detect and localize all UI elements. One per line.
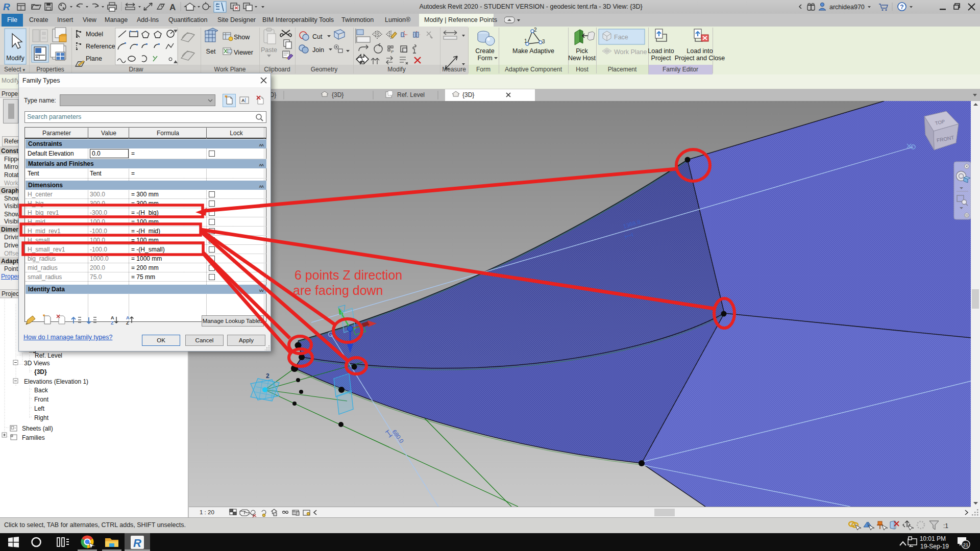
svg-text:Z: Z [111, 320, 114, 325]
svg-text:10:01 PM: 10:01 PM [920, 535, 946, 542]
svg-text:Make Adaptive: Make Adaptive [512, 47, 554, 55]
svg-text:Model: Model [86, 31, 103, 38]
svg-text:A: A [241, 98, 245, 103]
svg-text:Viewer: Viewer [234, 49, 253, 56]
svg-text:Project and Close: Project and Close [675, 55, 725, 62]
svg-text:?: ? [900, 4, 903, 11]
svg-text:A: A [111, 315, 114, 320]
svg-text:2: 2 [266, 372, 270, 380]
svg-text:Project: Project [651, 55, 671, 62]
svg-text:Cut: Cut [312, 33, 323, 40]
svg-text:Z: Z [126, 320, 129, 325]
svg-text:Join: Join [312, 46, 324, 54]
svg-text:A: A [169, 3, 176, 12]
svg-text:Paste: Paste [261, 46, 277, 54]
svg-text:21: 21 [963, 542, 969, 547]
svg-text:Elevations (Elevation 1): Elevations (Elevation 1) [24, 378, 88, 385]
svg-text:archidea970: archidea970 [829, 4, 865, 11]
svg-text:Families: Families [22, 434, 45, 441]
svg-text:{3D}: {3D} [34, 368, 47, 375]
svg-text:1 : 20: 1 : 20 [200, 509, 214, 515]
svg-text:R: R [3, 2, 10, 12]
svg-text:Ref. Level: Ref. Level [397, 91, 425, 98]
svg-text:Load into: Load into [648, 47, 674, 55]
svg-text:Face: Face [614, 34, 628, 41]
svg-text:Reference: Reference [86, 43, 115, 50]
svg-text:Load into: Load into [687, 47, 713, 55]
svg-text:Ref. Level: Ref. Level [35, 352, 62, 359]
svg-text:Create: Create [475, 47, 495, 55]
svg-text:Work Plane: Work Plane [614, 48, 647, 56]
svg-text:{3D}: {3D} [462, 91, 474, 98]
svg-text:Form: Form [477, 55, 492, 62]
svg-text:A: A [126, 315, 130, 320]
svg-text:Modify: Modify [6, 55, 24, 62]
svg-text::1: :1 [943, 522, 948, 530]
svg-text:R: R [133, 537, 141, 549]
svg-text:Autodesk Revit 2020 - STUDENT: Autodesk Revit 2020 - STUDENT VERSION - … [419, 3, 642, 10]
svg-text:3D Views: 3D Views [24, 360, 50, 367]
svg-text:Set: Set [206, 48, 216, 55]
svg-text:Pick: Pick [576, 47, 588, 55]
svg-text:Show: Show [234, 34, 250, 41]
svg-text:2: 2 [534, 27, 537, 33]
svg-text:Left: Left [34, 405, 45, 412]
svg-text:Sheets (all): Sheets (all) [22, 425, 53, 432]
svg-text:{3D}: {3D} [332, 91, 344, 98]
svg-text:19-Sep-19: 19-Sep-19 [920, 543, 949, 550]
svg-text:New Host: New Host [568, 55, 596, 62]
svg-text:Front: Front [34, 396, 49, 403]
svg-text:P: P [391, 49, 394, 54]
svg-text:3: 3 [542, 39, 545, 44]
svg-text:Plane: Plane [86, 55, 102, 62]
svg-text:1: 1 [524, 38, 527, 44]
svg-text:Back: Back [34, 387, 48, 394]
svg-text:Right: Right [34, 414, 49, 421]
